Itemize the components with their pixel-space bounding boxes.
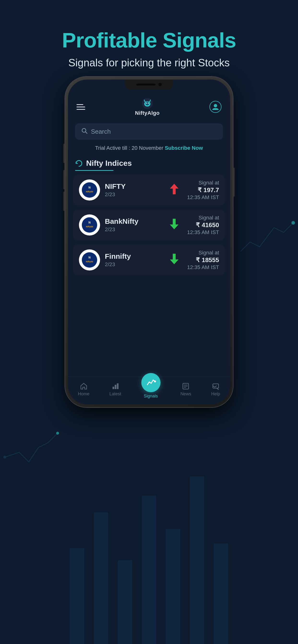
svg-text:N: N xyxy=(89,221,91,224)
nifty-info: NIFTY 2/23 xyxy=(105,182,161,198)
nav-news-label: News xyxy=(181,392,191,396)
svg-rect-35 xyxy=(184,386,188,386)
svg-text:Nifty50: Nifty50 xyxy=(86,260,93,263)
nifty-direction-arrow xyxy=(170,184,179,196)
svg-rect-34 xyxy=(184,385,188,385)
nav-signals-label: Signals xyxy=(144,394,158,399)
bg-decorative-bars xyxy=(70,476,228,644)
svg-point-15 xyxy=(82,182,97,198)
phone-mockup: NiftyAlgo xyxy=(65,77,233,407)
app-logo: NiftyAlgo xyxy=(135,98,160,116)
nav-help[interactable]: Help xyxy=(211,382,220,396)
banknifty-signal-label: Signal at xyxy=(187,215,219,221)
nav-news[interactable]: News xyxy=(181,382,191,396)
chart-bar-icon xyxy=(112,382,119,390)
svg-point-9 xyxy=(146,104,147,105)
nifty-indices-section-header: Nifty Indices xyxy=(68,155,230,170)
svg-point-7 xyxy=(148,102,149,104)
finnifty-name: Finnifty xyxy=(105,252,161,260)
signals-icon xyxy=(146,378,156,388)
svg-point-8 xyxy=(146,104,148,105)
trial-bar: Trial Active till : 20 November Subscrib… xyxy=(68,143,230,155)
page-subtitle: Signals for picking the right Stocks xyxy=(0,57,298,69)
svg-text:Nifty50: Nifty50 xyxy=(86,190,93,193)
logo-icon xyxy=(140,98,155,110)
finnifty-date: 2/23 xyxy=(105,262,161,268)
nav-signals-fab[interactable] xyxy=(141,373,161,392)
banknifty-signal-info: Signal at ₹ 41650 12:35 AM IST xyxy=(187,215,219,236)
svg-marker-18 xyxy=(170,184,179,194)
profile-button[interactable] xyxy=(209,101,221,113)
subscribe-button[interactable]: Subscribe Now xyxy=(165,145,203,151)
nifty-signal-price: ₹ 197.7 xyxy=(187,186,219,194)
banknifty-stock-card[interactable]: N Nifty50 BankNifty 2/23 xyxy=(73,210,225,240)
news-icon xyxy=(182,382,190,390)
phone-notch xyxy=(125,80,173,90)
nifty-indices-label: Nifty Indices xyxy=(86,159,132,168)
banknifty-name: BankNifty xyxy=(105,217,161,226)
home-icon xyxy=(80,382,88,390)
svg-point-25 xyxy=(82,252,97,268)
app-header: NiftyAlgo xyxy=(68,93,230,120)
svg-marker-28 xyxy=(170,254,179,264)
hamburger-menu-button[interactable] xyxy=(77,104,85,110)
search-placeholder: Search xyxy=(91,128,111,135)
svg-point-1 xyxy=(56,432,59,434)
svg-rect-29 xyxy=(112,387,114,389)
nifty50-logo-icon: N Nifty50 xyxy=(80,181,99,199)
banknifty-date: 2/23 xyxy=(105,226,161,233)
svg-text:N: N xyxy=(89,256,91,259)
section-underline xyxy=(75,170,113,171)
nifty-logo: N Nifty50 xyxy=(79,180,100,200)
bg-chart-right xyxy=(231,204,298,271)
svg-rect-30 xyxy=(115,385,116,389)
nifty-signal-time: 12:35 AM IST xyxy=(187,194,219,200)
search-icon xyxy=(81,128,88,135)
nav-help-label: Help xyxy=(211,392,220,396)
bg-chart-left xyxy=(0,409,67,476)
finnifty-signal-time: 12:35 AM IST xyxy=(187,264,219,270)
person-icon xyxy=(212,103,219,110)
finnifty-logo: N Nifty50 xyxy=(79,250,100,270)
help-icon xyxy=(212,382,220,390)
finnifty-signal-info: Signal at ₹ 18555 12:35 AM IST xyxy=(187,250,219,270)
nifty-signal-label: Signal at xyxy=(187,180,219,186)
trial-text: Trial Active till : 20 November xyxy=(95,145,163,151)
nav-latest[interactable]: Latest xyxy=(109,382,121,396)
banknifty-info: BankNifty 2/23 xyxy=(105,217,161,233)
nav-latest-label: Latest xyxy=(109,392,121,396)
finnifty-logo-icon: N Nifty50 xyxy=(80,251,99,269)
notch-speaker xyxy=(136,84,156,86)
svg-point-6 xyxy=(146,102,147,104)
nifty-signal-info: Signal at ₹ 197.7 12:35 AM IST xyxy=(187,180,219,200)
banknifty-direction-arrow xyxy=(170,219,179,232)
finnifty-stock-card[interactable]: N Nifty50 Finnifty 2/23 xyxy=(73,244,225,275)
hamburger-line-2 xyxy=(77,106,85,107)
svg-rect-37 xyxy=(213,384,219,388)
finnifty-signal-price: ₹ 18555 xyxy=(187,256,219,264)
bottom-navigation: Home Latest xyxy=(68,376,230,404)
header-section: Profitable Signals Signals for picking t… xyxy=(0,0,298,83)
svg-point-10 xyxy=(147,104,148,105)
finnifty-signal-label: Signal at xyxy=(187,250,219,256)
finnifty-direction-arrow xyxy=(170,254,179,266)
app-logo-text: NiftyAlgo xyxy=(135,110,160,116)
svg-line-13 xyxy=(85,132,87,134)
nav-home[interactable]: Home xyxy=(78,382,89,396)
nav-signals[interactable]: Signals xyxy=(141,380,161,399)
banknifty-signal-time: 12:35 AM IST xyxy=(187,229,219,236)
search-bar[interactable]: Search xyxy=(75,124,223,140)
phone-frame: NiftyAlgo xyxy=(65,77,233,407)
refresh-icon xyxy=(75,160,83,167)
svg-point-20 xyxy=(82,217,97,233)
svg-marker-23 xyxy=(170,219,179,229)
nav-home-label: Home xyxy=(78,392,89,396)
app-content: NiftyAlgo xyxy=(68,80,230,404)
banknifty-signal-price: ₹ 41650 xyxy=(187,222,219,229)
svg-rect-36 xyxy=(184,387,186,388)
banknifty-logo: N Nifty50 xyxy=(79,214,100,236)
nifty-stock-card[interactable]: N Nifty50 NIFTY 2/23 xyxy=(73,175,225,205)
svg-text:N: N xyxy=(89,186,91,189)
hamburger-line-1 xyxy=(77,104,83,105)
hamburger-line-3 xyxy=(77,109,85,110)
